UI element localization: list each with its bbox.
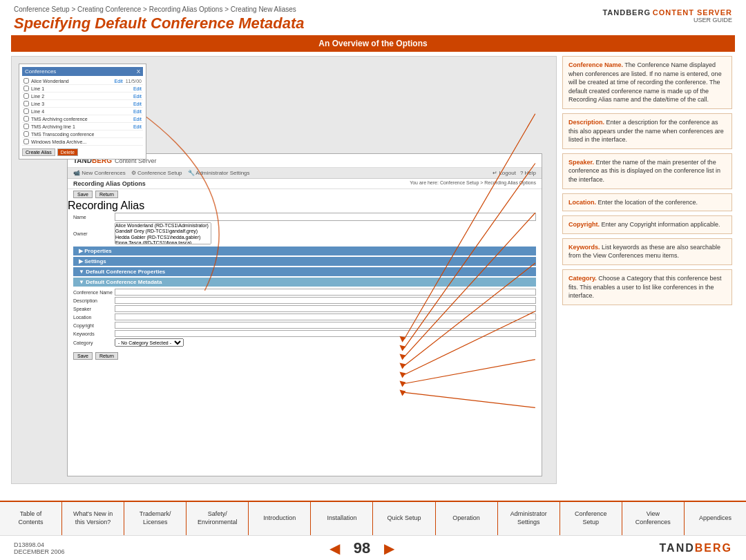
if-category-field: Category - No Category Selected -: [68, 338, 542, 347]
page-number: 98: [354, 539, 370, 557]
mini-row: Alice WonderlandEdit11/5/00: [22, 77, 143, 85]
screenshot-area: Conferences X Alice WonderlandEdit11/5/0…: [11, 56, 557, 484]
info-box-title-3: Location.: [568, 199, 596, 206]
if-copyright-input[interactable]: [115, 322, 536, 329]
page-header: Conference Setup > Creating Conference >…: [0, 0, 746, 35]
if-nav: 📹 New Conferences ⚙ Conference Setup 🔧 A…: [68, 168, 542, 179]
nav-tab-7[interactable]: Operation: [436, 502, 498, 535]
nav-tab-2[interactable]: Trademark/Licenses: [124, 502, 186, 535]
footer-date: DECEMBER 2006: [14, 548, 65, 555]
page-title: Specifying Default Conference Metadata: [14, 15, 305, 32]
if-owner-row: Owner Alice Wonderland (RD-TCS1\Administ…: [68, 222, 542, 245]
info-box-5: Keywords. List keywords as these are als…: [562, 238, 732, 265]
info-box-4: Copyright. Enter any Copyright informati…: [562, 215, 732, 234]
nav-tab-11[interactable]: Appendices: [685, 502, 746, 535]
if-properties-section[interactable]: ▶ Properties: [73, 247, 536, 255]
info-box-title-0: Conference Name.: [568, 61, 623, 68]
mini-screenshot: Conferences X Alice WonderlandEdit11/5/0…: [19, 64, 146, 160]
breadcrumb: Conference Setup > Creating Conference >…: [14, 6, 305, 13]
nav-tab-5[interactable]: Installation: [311, 502, 373, 535]
mini-row: Line 1Edit: [22, 85, 143, 93]
if-save-bottom-button[interactable]: Save: [73, 352, 93, 360]
if-conf-name-field: Conference Name: [68, 288, 542, 296]
info-box-0: Conference Name. The Conference Name dis…: [562, 56, 732, 109]
banner-text: An Overview of the Options: [318, 39, 427, 48]
footer: D13898.04 DECEMBER 2006 ◀ 98 ▶ TANDBERG: [0, 535, 746, 560]
nav-admin-settings[interactable]: 🔧 Administrator Settings: [188, 170, 250, 176]
mini-title-text: Conferences: [25, 68, 56, 75]
mini-row: TMS Transcoding conference: [22, 131, 143, 138]
info-box-3: Location. Enter the location of the conf…: [562, 193, 732, 212]
info-box-2: Speaker. Enter the name of the main pres…: [562, 153, 732, 189]
brand-user-guide: USER GUIDE: [602, 17, 732, 23]
if-title-bar: Recording Alias Options You are here: Co…: [68, 179, 542, 189]
if-speaker-input[interactable]: [115, 305, 536, 312]
if-description-input[interactable]: [115, 297, 536, 304]
if-alias-section: Recording Alias: [68, 200, 542, 212]
mini-row: Line 2Edit: [22, 93, 143, 100]
if-settings-section[interactable]: ▶ Settings: [73, 257, 536, 266]
orange-banner: An Overview of the Options: [11, 35, 735, 52]
info-box-text-4: Enter any Copyright information applicab…: [600, 221, 720, 228]
mini-row: Windows Media Archive...: [22, 138, 143, 146]
nav-tab-10[interactable]: ViewConferences: [622, 502, 685, 535]
mini-close-icon[interactable]: X: [137, 68, 140, 75]
info-box-title-2: Speaker.: [568, 159, 594, 166]
if-keywords-input[interactable]: [115, 330, 536, 337]
if-save-button[interactable]: Save: [73, 191, 93, 198]
brand-content-server: CONTENT SERVER: [653, 8, 732, 17]
if-default-conf-props[interactable]: ▼ Default Conference Properties: [73, 267, 536, 276]
nav-tab-8[interactable]: AdministratorSettings: [498, 502, 560, 535]
nav-tab-1[interactable]: What's New inthis Version?: [62, 502, 124, 535]
info-box-6: Category. Choose a Category that this co…: [562, 269, 732, 305]
nav-help[interactable]: ? Help: [520, 170, 536, 176]
next-page-button[interactable]: ▶: [384, 540, 394, 557]
interface-screenshot: TANDBERG Content Server 📹 New Conference…: [67, 153, 542, 476]
nav-tab-4[interactable]: Introduction: [249, 502, 311, 535]
footer-left: D13898.04 DECEMBER 2006: [14, 541, 65, 555]
info-box-title-4: Copyright.: [568, 221, 600, 228]
if-conf-name-input[interactable]: [115, 289, 536, 296]
nav-tab-9[interactable]: ConferenceSetup: [560, 502, 622, 535]
brand-tandberg: TANDBERG: [602, 8, 651, 17]
nav-conference-setup[interactable]: ⚙ Conference Setup: [131, 170, 182, 176]
if-return-bottom-button[interactable]: Return: [95, 352, 118, 360]
if-location-input[interactable]: [115, 313, 536, 320]
footer-brand: TANDBERG: [660, 542, 732, 554]
nav-tab-0[interactable]: Table ofContents: [0, 502, 62, 535]
info-box-title-6: Category.: [568, 275, 597, 282]
footer-center: ◀ 98 ▶: [65, 539, 660, 557]
mini-row: TMS Archiving line 1Edit: [22, 123, 143, 131]
info-box-title-5: Keywords.: [568, 244, 600, 251]
brand-area: TANDBERG CONTENT SERVER USER GUIDE: [602, 6, 732, 23]
bottom-nav: Table ofContentsWhat's New inthis Versio…: [0, 501, 746, 535]
info-box-title-1: Description.: [568, 119, 604, 126]
if-speaker-field: Speaker: [68, 305, 542, 313]
if-location-field: Location: [68, 313, 542, 321]
right-panel: Conference Name. The Conference Name dis…: [562, 56, 735, 484]
if-section-name: Recording Alias Options: [73, 180, 146, 187]
nav-tab-6[interactable]: Quick Setup: [373, 502, 435, 535]
if-return-button[interactable]: Return: [95, 191, 118, 198]
if-category-select[interactable]: - No Category Selected -: [115, 338, 184, 347]
mini-screenshot-title: Conferences X: [22, 67, 143, 76]
nav-new-conferences[interactable]: 📹 New Conferences: [73, 170, 126, 176]
if-buttons: Save Return: [68, 189, 542, 200]
if-metadata-section[interactable]: ▼ Default Conference Metadata: [73, 278, 536, 287]
if-copyright-field: Copyright: [68, 321, 542, 329]
mini-row: Line 4Edit: [22, 108, 143, 115]
if-description-field: Description: [68, 296, 542, 305]
main-content: Conferences X Alice WonderlandEdit11/5/0…: [11, 56, 735, 484]
if-owner-select[interactable]: Alice Wonderland (RD-TCS1\Administrator)…: [115, 222, 211, 244]
delete-button[interactable]: Delete: [57, 148, 78, 156]
nav-logout[interactable]: ↵ Logout: [492, 170, 516, 176]
mini-row: TMS Archiving conferenceEdit: [22, 115, 143, 123]
if-name-input[interactable]: [115, 213, 536, 221]
if-bottom-buttons: Save Return: [68, 350, 542, 362]
create-alias-button[interactable]: Create Alias: [22, 148, 55, 156]
info-box-1: Description. Enter a description for the…: [562, 113, 732, 149]
info-box-text-3: Enter the location of the conference.: [596, 199, 698, 206]
mini-row: Line 3Edit: [22, 100, 143, 108]
prev-page-button[interactable]: ◀: [329, 540, 340, 557]
nav-tab-3[interactable]: Safety/Environmental: [186, 502, 249, 535]
